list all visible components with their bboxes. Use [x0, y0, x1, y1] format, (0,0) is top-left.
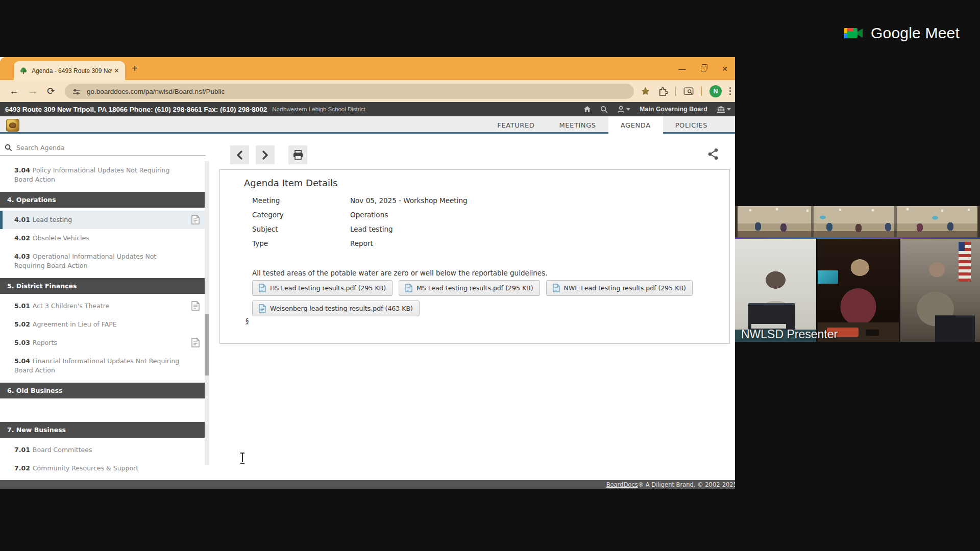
address-bar[interactable]: go.boarddocs.com/pa/nwlsd/Board.nsf/Publ… — [65, 84, 634, 99]
item-label: Operational Informational Updates Not Re… — [14, 253, 156, 269]
user-menu[interactable] — [617, 106, 630, 113]
sidebar-item-7.02[interactable]: 7.02Community Resources & Support — [0, 459, 206, 478]
agenda-item-card: Agenda Item Details MeetingNov 05, 2025 … — [219, 169, 730, 344]
card-title: Agenda Item Details — [244, 178, 338, 188]
sidebar-item-4.03[interactable]: 4.03Operational Informational Updates No… — [0, 247, 206, 275]
sidebar-section-6-old-business[interactable]: 6. Old Business — [0, 383, 206, 398]
nav-tab-meetings[interactable]: MEETINGS — [547, 116, 608, 134]
attachment-button-4[interactable]: Weisenberg lead testing results.pdf (463… — [252, 300, 420, 316]
new-tab-button[interactable]: + — [132, 63, 138, 73]
phone — [866, 330, 879, 336]
window-restore-button[interactable] — [701, 66, 706, 71]
item-number: 4.01 — [14, 216, 30, 223]
toolbar-divider — [675, 87, 676, 96]
footer-text: BoardDocs® A Diligent Brand, © 2002-2025 — [606, 481, 735, 488]
field-value: Lead testing — [350, 225, 393, 233]
bookmark-star-icon[interactable] — [641, 86, 650, 96]
district-address: 6493 Route 309 New Tripoli, PA 18066 Pho… — [5, 106, 267, 113]
nav-tab-agenda[interactable]: AGENDA — [608, 116, 663, 134]
browser-tab[interactable]: Agenda - 6493 Route 309 New ✕ — [14, 61, 125, 80]
field-value: Report — [350, 239, 373, 247]
scrollbar-thumb[interactable] — [205, 314, 209, 375]
us-flag — [959, 242, 971, 282]
share-button[interactable] — [707, 148, 719, 160]
agenda-sidebar: 3.04Policy Informational Updates Not Req… — [0, 135, 209, 480]
video-tile-presenter — [735, 239, 816, 342]
site-navbar: FEATUREDMEETINGSAGENDAPOLICIES — [0, 116, 735, 134]
meet-brand-text: Google Meet — [871, 24, 960, 42]
boarddocs-link[interactable]: BoardDocs — [606, 481, 638, 488]
section-permalink[interactable]: § — [246, 317, 249, 325]
sidebar-item-5.01[interactable]: 5.01Act 3 Children's Theatre — [0, 297, 206, 315]
item-number: 5.04 — [14, 357, 30, 365]
search-agenda-input[interactable] — [16, 144, 185, 152]
meet-camera-icon — [843, 25, 864, 41]
board-selector-label[interactable]: Main Governing Board — [640, 106, 707, 113]
pdf-file-icon — [405, 284, 412, 292]
tab-favicon-tree-icon — [19, 67, 28, 75]
item-number: 4.02 — [14, 234, 30, 242]
home-icon[interactable] — [583, 106, 591, 113]
board-menu[interactable] — [717, 106, 731, 113]
toolbar-divider — [701, 87, 702, 96]
item-label: Community Resources & Support — [33, 464, 138, 472]
item-description: All tested areas of the potable water ar… — [252, 269, 547, 277]
nav-tab-featured[interactable]: FEATURED — [485, 116, 547, 134]
sidebar-item-4.01[interactable]: 4.01Lead testing — [0, 211, 206, 229]
field-value: Nov 05, 2025 - Workshop Meeting — [350, 196, 468, 205]
tab-close-icon[interactable]: ✕ — [112, 67, 121, 74]
next-item-button[interactable] — [256, 145, 275, 164]
reload-icon[interactable]: ⟳ — [47, 85, 55, 97]
item-number: 4.03 — [14, 253, 30, 260]
item-number: 5.02 — [14, 320, 30, 328]
forward-icon[interactable]: → — [28, 86, 38, 97]
extensions-icon[interactable] — [658, 86, 668, 96]
browser-titlebar: Agenda - 6493 Route 309 New ✕ + — ✕ — [0, 57, 735, 80]
sidebar-item-5.02[interactable]: 5.02Agreement in Lieu of FAPE — [0, 315, 206, 334]
district-logo[interactable] — [6, 119, 19, 132]
attachment-button-1[interactable]: HS Lead testing results.pdf (295 KB) — [252, 280, 393, 296]
room-panorama-video — [735, 206, 980, 237]
field-row-subject: SubjectLead testing — [252, 225, 468, 233]
mouse-cursor — [240, 453, 245, 462]
sidebar-item-3.04[interactable]: 3.04Policy Informational Updates Not Req… — [0, 161, 206, 189]
google-meet-logo: Google Meet — [843, 24, 960, 42]
sidebar-scrollbar[interactable] — [205, 161, 209, 465]
item-number: 5.03 — [14, 339, 30, 346]
attachment-button-2[interactable]: MS Lead testing results.pdf (295 KB) — [399, 280, 540, 296]
browser-menu-icon[interactable] — [729, 87, 731, 95]
tab-title: Agenda - 6493 Route 309 New — [32, 67, 112, 74]
printer-icon — [292, 150, 304, 160]
item-label: Financial Informational Updates Not Requ… — [14, 357, 179, 374]
sidebar-section-4-operations[interactable]: 4. Operations — [0, 192, 206, 208]
sidebar-item-5.03[interactable]: 5.03Reports — [0, 334, 206, 352]
sidebar-item-7.01[interactable]: 7.01Board Committees — [0, 441, 206, 459]
district-header-bar: 6493 Route 309 New Tripoli, PA 18066 Pho… — [0, 102, 735, 116]
sidebar-section-5-district-finances[interactable]: 5. District Finances — [0, 278, 206, 294]
attachment-label: HS Lead testing results.pdf (295 KB) — [270, 284, 386, 292]
nav-tab-policies[interactable]: POLICIES — [663, 116, 720, 134]
tv-screen — [818, 270, 838, 284]
profile-avatar[interactable]: N — [709, 85, 722, 97]
pdf-file-icon — [259, 304, 266, 313]
search-icon[interactable] — [600, 106, 608, 113]
sidebar-item-4.02[interactable]: 4.02Obsolete Vehicles — [0, 229, 206, 247]
site-info-icon[interactable] — [72, 87, 81, 96]
sidebar-section-7-new-business[interactable]: 7. New Business — [0, 422, 206, 438]
field-row-type: TypeReport — [252, 239, 468, 247]
attachment-button-3[interactable]: NWE Lead testing results.pdf (295 KB) — [546, 280, 693, 296]
video-tile-participant-2 — [818, 239, 899, 342]
browser-toolbar: ← → ⟳ go.boarddocs.com/pa/nwlsd/Board.ns… — [0, 80, 735, 102]
window-close-button[interactable]: ✕ — [722, 65, 728, 72]
field-label: Category — [252, 211, 350, 219]
window-minimize-button[interactable]: — — [678, 65, 685, 72]
sidebar-item-5.04[interactable]: 5.04Financial Informational Updates Not … — [0, 352, 206, 380]
bank-icon — [717, 106, 725, 113]
previous-item-button[interactable] — [230, 145, 249, 164]
search-tabs-icon[interactable] — [683, 87, 694, 96]
print-button[interactable] — [288, 145, 307, 164]
url-text[interactable]: go.boarddocs.com/pa/nwlsd/Board.nsf/Publ… — [87, 88, 225, 95]
back-icon[interactable]: ← — [9, 86, 19, 97]
attachment-label: NWE Lead testing results.pdf (295 KB) — [564, 284, 686, 292]
item-number: 3.04 — [14, 166, 30, 174]
